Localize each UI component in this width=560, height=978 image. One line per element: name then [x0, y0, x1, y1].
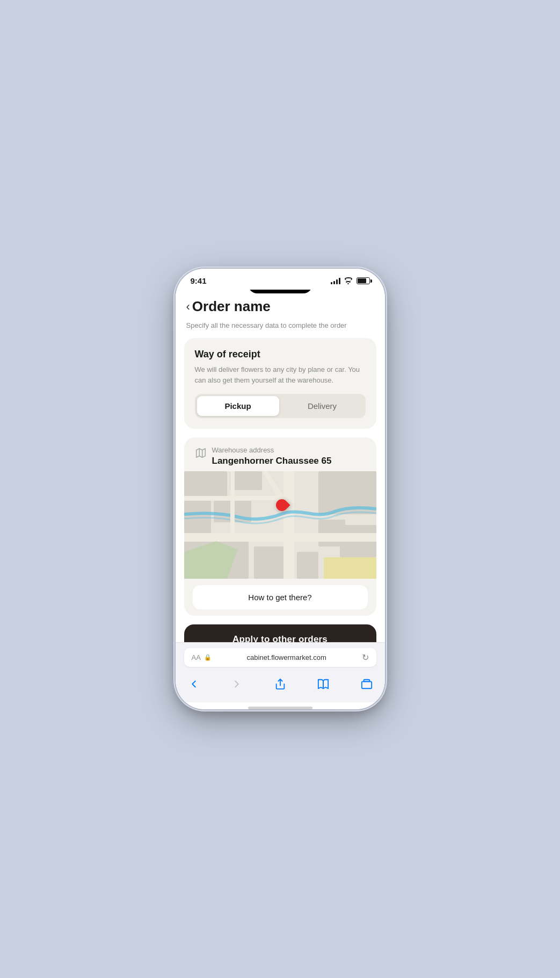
svg-rect-16	[283, 471, 294, 579]
reload-icon[interactable]: ↻	[362, 652, 369, 663]
delivery-button[interactable]: Delivery	[281, 396, 363, 416]
battery-fill	[358, 278, 367, 283]
battery-icon	[357, 277, 370, 284]
warehouse-card: Warehouse address Langenhorner Chaussee …	[184, 437, 376, 616]
phone-frame: 9:41 ‹	[176, 269, 385, 709]
way-of-receipt-card: Way of receipt We will deliver flowers t…	[184, 338, 376, 429]
card-title: Way of receipt	[195, 349, 366, 360]
url-bar[interactable]: AA 🔒 cabinet.flowermarket.com ↻	[184, 648, 376, 667]
pickup-button[interactable]: Pickup	[197, 396, 279, 416]
share-icon[interactable]	[273, 677, 288, 692]
how-to-get-there-button[interactable]: How to get there?	[193, 585, 368, 609]
apply-btn-container: Apply to other orders	[176, 624, 385, 642]
pin-circle	[274, 497, 290, 514]
page-header: ‹ Order name	[176, 290, 385, 321]
wifi-icon	[344, 277, 353, 284]
apply-to-other-orders-button[interactable]: Apply to other orders	[184, 624, 376, 642]
card-description: We will deliver flowers to any city by p…	[195, 364, 366, 385]
bottom-nav	[176, 672, 385, 702]
tabs-icon[interactable]	[359, 677, 374, 692]
map-pin	[274, 499, 290, 519]
text-size-control[interactable]: AA	[192, 653, 201, 661]
content-area: ‹ Order name Specify all the necessary d…	[176, 290, 385, 642]
lock-icon: 🔒	[204, 654, 212, 661]
status-bar: 9:41	[176, 269, 385, 290]
map-container[interactable]	[184, 471, 376, 579]
warehouse-address: Langenhorner Chaussee 65	[212, 455, 332, 467]
svg-rect-11	[297, 552, 318, 579]
status-time: 9:41	[191, 276, 207, 285]
browser-back-icon[interactable]	[186, 677, 201, 692]
map-svg	[184, 471, 376, 579]
svg-rect-12	[324, 557, 376, 579]
status-icons	[331, 277, 370, 284]
warehouse-info: Warehouse address Langenhorner Chaussee …	[212, 446, 332, 467]
home-indicator	[248, 707, 312, 709]
page-subtitle: Specify all the necessary data to comple…	[176, 321, 385, 329]
map-icon	[195, 447, 207, 459]
warehouse-header: Warehouse address Langenhorner Chaussee …	[184, 437, 376, 471]
svg-marker-0	[196, 449, 205, 458]
browser-bar: AA 🔒 cabinet.flowermarket.com ↻	[176, 642, 385, 672]
url-text[interactable]: cabinet.flowermarket.com	[215, 653, 359, 661]
back-row: ‹ Order name	[186, 298, 374, 315]
svg-rect-15	[184, 533, 376, 542]
browser-forward-icon[interactable]	[229, 677, 244, 692]
svg-rect-20	[361, 681, 371, 688]
warehouse-label: Warehouse address	[212, 446, 332, 454]
pickup-toggle: Pickup Delivery	[195, 394, 366, 418]
screen: 9:41 ‹	[176, 269, 385, 709]
back-button[interactable]: ‹	[186, 300, 190, 314]
signal-icon	[331, 278, 340, 284]
bookmarks-icon[interactable]	[316, 677, 331, 692]
svg-rect-4	[184, 471, 227, 498]
page-title: Order name	[192, 298, 271, 315]
